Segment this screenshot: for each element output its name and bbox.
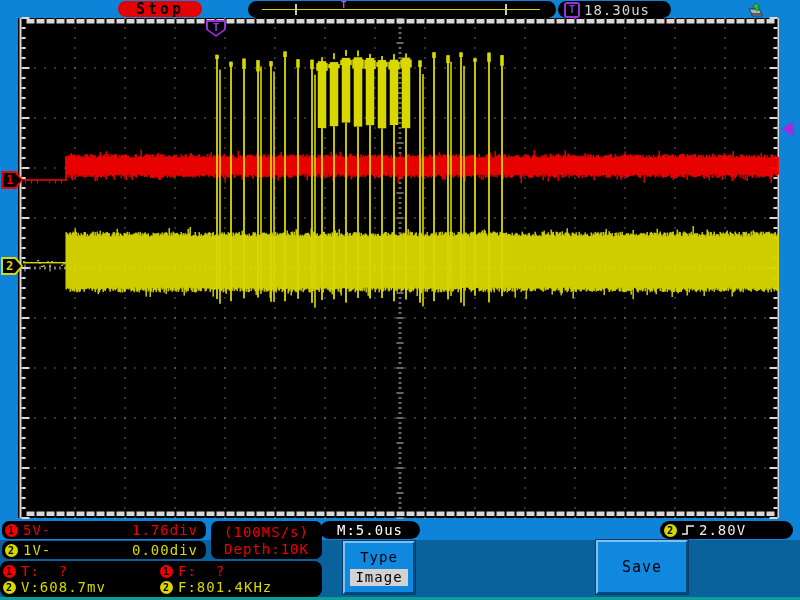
ch1-scale: 5V-: [23, 522, 51, 538]
ch1-offset: 1.76div: [132, 522, 198, 538]
meas-ch2-frequency: 2 F:801.4KHz: [160, 579, 272, 595]
waveform-display: [0, 0, 800, 600]
ch2-position-marker[interactable]: 2: [1, 257, 23, 275]
save-button[interactable]: Save: [596, 540, 688, 594]
trigger-source-icon: 2: [664, 524, 677, 537]
measurements-box: 1 T: ? 1 F: ? 2 V:608.7mv 2 F:801.4KHz: [0, 561, 322, 597]
ch2-status-bar: 2 1V- 0.00div: [2, 541, 206, 559]
run-state-badge: Stop: [118, 1, 202, 17]
ch1-number-icon: 1: [160, 565, 173, 578]
usb-storage-icon: [745, 2, 767, 17]
meas-value: F:801.4KHz: [178, 579, 272, 595]
oscilloscope-screen: Stop T T 18.30us 1 2 T 1 5V- 1.76div 2 1…: [0, 0, 800, 600]
ch1-number-icon: 1: [5, 524, 18, 537]
window-right-bracket: [505, 4, 507, 15]
meas-ch2-voltage: 2 V:608.7mv: [3, 579, 160, 595]
ch2-number-icon: 2: [160, 581, 173, 594]
ch2-scale: 1V-: [23, 542, 51, 558]
rising-edge-icon: [681, 523, 695, 537]
trigger-position-readout: T 18.30us: [558, 1, 671, 18]
trigger-settings-readout: 2 2.80V: [660, 521, 793, 539]
type-label: Type: [360, 549, 398, 565]
trigger-position-value: 18.30us: [584, 2, 650, 18]
sample-rate: (100MS/s): [224, 524, 309, 540]
ch2-number-icon: 2: [3, 581, 16, 594]
memory-depth: Depth:10K: [224, 541, 309, 557]
meas-ch1-frequency: 1 F: ?: [160, 563, 225, 579]
trigger-level-value: 2.80V: [699, 522, 746, 538]
ch1-position-marker[interactable]: 1: [1, 171, 23, 189]
meas-value: T: ?: [21, 563, 68, 579]
ch1-number-icon: 1: [3, 565, 16, 578]
record-window-indicator: T: [248, 1, 556, 18]
trigger-t-icon: T: [564, 2, 580, 18]
ch1-status-bar: 1 5V- 1.76div: [2, 521, 206, 539]
ch2-offset: 0.00div: [132, 542, 198, 558]
trigger-level-marker[interactable]: [781, 121, 794, 137]
meas-value: V:608.7mv: [21, 579, 106, 595]
trigger-marker-letter: T: [208, 22, 224, 35]
timebase-readout: M:5.0us: [320, 521, 420, 539]
trigger-horizontal-position-marker[interactable]: T: [206, 20, 226, 37]
ch2-number-icon: 2: [5, 544, 18, 557]
window-left-bracket: [295, 4, 297, 15]
meas-value: F: ?: [178, 563, 225, 579]
type-menu-button[interactable]: Type Image: [343, 541, 415, 594]
acquisition-info-box: (100MS/s) Depth:10K: [211, 521, 322, 559]
window-trigger-marker: T: [341, 1, 346, 10]
meas-ch1-period: 1 T: ?: [3, 563, 160, 579]
record-window-line: [262, 9, 540, 10]
type-value: Image: [350, 569, 407, 586]
